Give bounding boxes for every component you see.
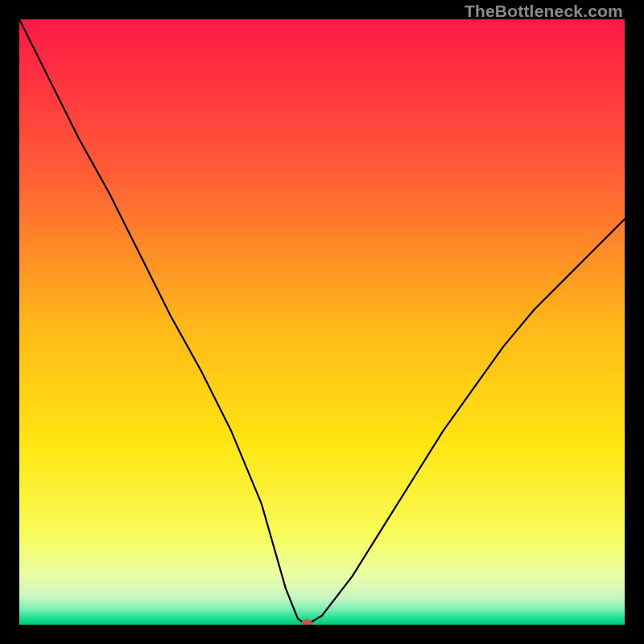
chart-frame: TheBottleneck.com <box>0 0 644 644</box>
chart-plot <box>19 19 625 625</box>
watermark-label: TheBottleneck.com <box>464 2 623 21</box>
plot-background <box>19 19 625 625</box>
